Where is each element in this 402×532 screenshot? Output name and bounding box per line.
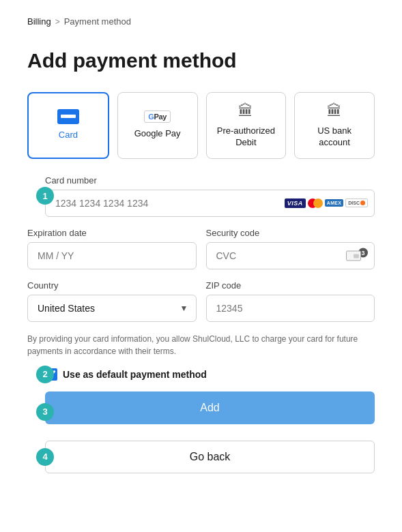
country-select[interactable]: United States Canada United Kingdom Aust… — [27, 295, 197, 322]
payment-option-us-bank[interactable]: 🏛 US bank account — [294, 92, 375, 159]
card-number-section: 1 Card number VISA AMEX DISC — [45, 175, 375, 217]
gpay-option-label: Google Pay — [134, 128, 181, 140]
security-label: Security code — [206, 228, 375, 238]
cvc-icon: 3 — [346, 250, 368, 261]
zip-label: ZIP code — [206, 280, 375, 291]
country-label: Country — [27, 280, 197, 291]
payment-option-pre-authorized[interactable]: 🏛 Pre-authorized Debit — [206, 92, 287, 159]
discover-logo: DISC — [345, 198, 368, 207]
disclaimer-text: By providing your card information, you … — [27, 333, 375, 357]
gpay-icon: GPay — [144, 110, 171, 123]
step-3-badge: 3 — [36, 403, 54, 421]
default-payment-checkbox-row: Use as default payment method — [45, 368, 375, 381]
step-2-badge: 2 — [36, 366, 54, 383]
card-icon — [57, 109, 79, 124]
security-group: Security code 3 — [206, 228, 375, 269]
mastercard-logo — [308, 198, 323, 208]
card-number-group: Card number VISA AMEX DISC — [45, 175, 375, 217]
country-zip-row: Country United States Canada United King… — [27, 280, 375, 333]
bank-icon-us: 🏛 — [327, 102, 342, 120]
add-button-section: 3 Add — [45, 391, 375, 432]
expiry-group: Expiration date — [27, 228, 197, 269]
pre-auth-option-label: Pre-authorized Debit — [214, 125, 279, 149]
us-bank-option-label: US bank account — [302, 125, 367, 149]
expiry-input[interactable] — [27, 242, 197, 269]
payment-options: Card GPay Google Pay 🏛 Pre-authorized De… — [27, 92, 375, 159]
country-group: Country United States Canada United King… — [27, 280, 197, 322]
card-number-wrapper: VISA AMEX DISC — [45, 190, 375, 217]
country-wrapper: United States Canada United Kingdom Aust… — [27, 295, 197, 322]
breadcrumb: Billing > Payment method — [27, 16, 375, 27]
step-1-badge: 1 — [36, 187, 54, 205]
card-logos: VISA AMEX DISC — [285, 198, 368, 208]
breadcrumb-separator: > — [55, 17, 60, 27]
payment-option-google-pay[interactable]: GPay Google Pay — [117, 92, 198, 159]
zip-input[interactable] — [206, 295, 375, 322]
zip-group: ZIP code — [206, 280, 375, 322]
default-payment-label: Use as default payment method — [63, 369, 207, 380]
go-back-button[interactable]: Go back — [45, 441, 375, 473]
amex-logo: AMEX — [325, 199, 343, 207]
payment-option-card[interactable]: Card — [27, 92, 109, 159]
page-title: Add payment method — [27, 48, 375, 73]
checkbox-section: 2 Use as default payment method — [45, 368, 375, 381]
breadcrumb-current: Payment method — [64, 16, 131, 27]
go-back-section: 4 Go back — [45, 441, 375, 473]
bank-icon-pre-auth: 🏛 — [238, 102, 253, 120]
expiry-label: Expiration date — [27, 228, 197, 238]
cvc-wrapper: 3 — [206, 242, 375, 269]
breadcrumb-billing[interactable]: Billing — [27, 16, 51, 27]
add-button[interactable]: Add — [45, 391, 375, 424]
visa-logo: VISA — [285, 198, 306, 208]
card-option-label: Card — [59, 130, 78, 141]
step-4-badge: 4 — [36, 448, 54, 466]
expiry-security-row: Expiration date Security code 3 — [27, 228, 375, 280]
card-number-label: Card number — [45, 175, 375, 186]
